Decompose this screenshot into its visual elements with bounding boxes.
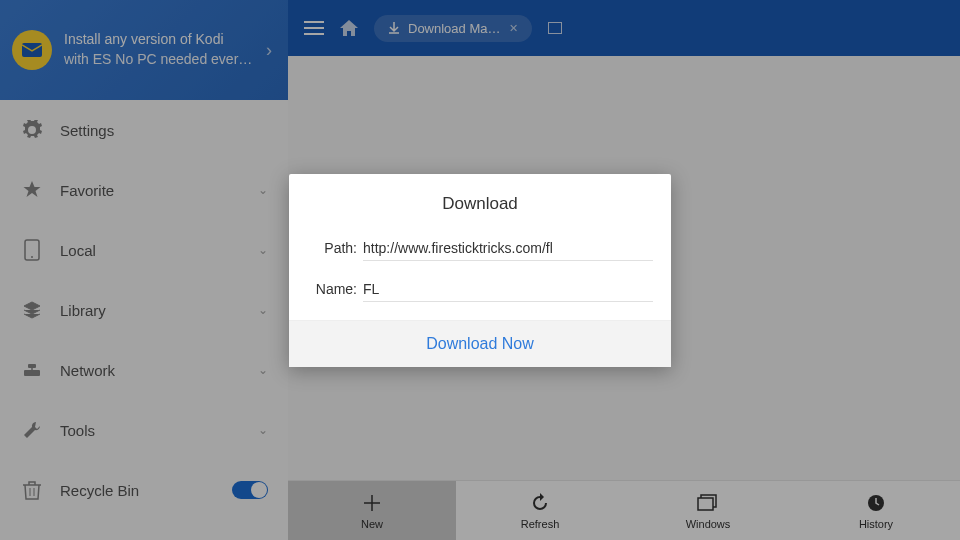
path-label: Path: <box>307 240 363 256</box>
path-input[interactable] <box>363 236 653 261</box>
download-dialog: Download Path: Name: Download Now <box>289 174 671 367</box>
name-label: Name: <box>307 281 363 297</box>
modal-overlay: Download Path: Name: Download Now <box>0 0 960 540</box>
download-now-button[interactable]: Download Now <box>289 320 671 367</box>
dialog-title: Download <box>289 174 671 228</box>
name-input[interactable] <box>363 277 653 302</box>
